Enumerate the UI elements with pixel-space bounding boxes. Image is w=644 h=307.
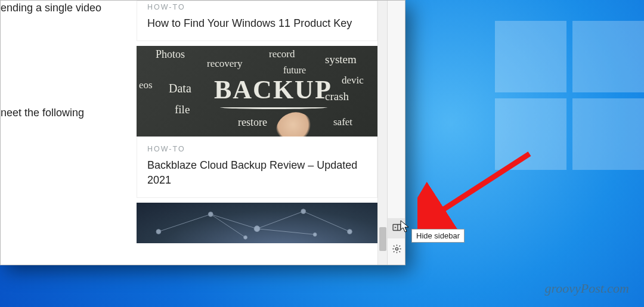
svg-line-5 bbox=[257, 229, 315, 235]
tooltip: Hide sidebar bbox=[411, 229, 465, 243]
body-text-fragment: neet the following bbox=[1, 107, 84, 119]
svg-point-9 bbox=[301, 209, 306, 214]
article-card[interactable]: HOW-TO How to Find Your Windows 11 Produ… bbox=[137, 1, 377, 41]
related-articles-sidebar: HOW-TO How to Find Your Windows 11 Produ… bbox=[137, 1, 377, 265]
sidebar-settings-button[interactable] bbox=[388, 240, 405, 260]
page-main-content: ending a single video neet the following bbox=[1, 1, 137, 265]
article-headline: How to Find Your Windows 11 Product Key bbox=[147, 16, 367, 30]
svg-point-6 bbox=[156, 230, 161, 234]
svg-line-4 bbox=[210, 214, 245, 237]
body-text-fragment: ending a single video bbox=[1, 2, 101, 14]
edge-sidebar-panel bbox=[387, 1, 405, 265]
scrollbar-thumb[interactable] bbox=[379, 227, 386, 251]
svg-line-3 bbox=[304, 211, 350, 231]
svg-rect-13 bbox=[393, 224, 401, 230]
windows-logo bbox=[495, 21, 644, 176]
article-card[interactable]: Photos recovery record system future dev… bbox=[137, 46, 377, 198]
hide-sidebar-icon bbox=[392, 222, 402, 235]
gear-icon bbox=[392, 244, 402, 256]
article-kicker: HOW-TO bbox=[147, 3, 367, 11]
watermark: groovyPost.com bbox=[544, 281, 629, 296]
hide-sidebar-button[interactable] bbox=[388, 218, 405, 238]
article-thumbnail: Photos recovery record system future dev… bbox=[137, 46, 377, 137]
article-headline: Backblaze Cloud Backup Review – Updated … bbox=[147, 158, 367, 187]
article-thumbnail bbox=[137, 203, 377, 243]
vertical-scrollbar[interactable] bbox=[377, 1, 387, 265]
svg-point-12 bbox=[313, 232, 317, 236]
desktop-wallpaper: ending a single video neet the following… bbox=[0, 0, 644, 307]
article-card[interactable] bbox=[137, 203, 377, 243]
svg-point-15 bbox=[395, 247, 398, 250]
svg-point-10 bbox=[348, 230, 352, 234]
svg-line-1 bbox=[210, 214, 257, 228]
browser-window: ending a single video neet the following… bbox=[0, 0, 405, 265]
svg-point-8 bbox=[254, 226, 260, 232]
svg-line-0 bbox=[159, 214, 210, 231]
svg-line-2 bbox=[257, 211, 304, 228]
article-kicker: HOW-TO bbox=[147, 145, 367, 153]
svg-point-7 bbox=[208, 212, 213, 216]
svg-point-11 bbox=[244, 235, 247, 239]
